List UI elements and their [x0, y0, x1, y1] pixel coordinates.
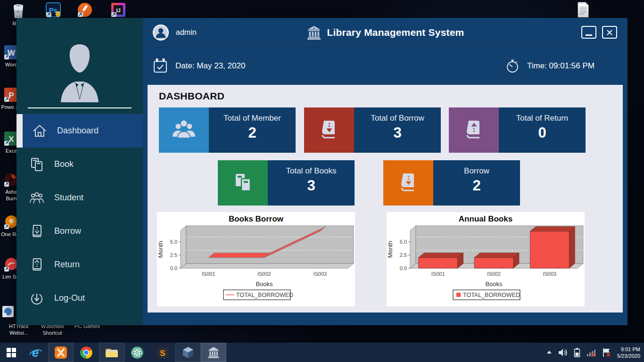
network-signal-icon — [586, 347, 596, 358]
info-bar: Date: May 23, 2020 Time: 09:01:56 PM — [143, 47, 627, 85]
flag-icon — [602, 347, 612, 358]
book-arrow-down-icon — [29, 223, 45, 239]
taskbar-xampp[interactable] — [48, 343, 74, 362]
stat-card-body: Borrow 2 — [433, 160, 520, 206]
taskbar-netbeans[interactable] — [175, 343, 201, 362]
library-bank-icon — [306, 25, 322, 40]
chart-title: Books Borrow — [157, 212, 355, 223]
window-header: admin Library Management System — [143, 18, 627, 47]
svg-text:2.5: 2.5 — [170, 252, 177, 258]
system-tray: 9:01 PM 5/23/2020 — [546, 343, 644, 362]
sidebar-item-book[interactable]: Book — [17, 148, 143, 181]
svg-text:TOTAL_BORROWED: TOTAL_BORROWED — [236, 292, 293, 298]
user-chip: admin — [152, 24, 197, 41]
desktop-icon-label: Word — [5, 61, 17, 68]
window-controls — [581, 26, 617, 39]
close-button[interactable] — [602, 26, 617, 39]
svg-text:Month: Month — [157, 241, 164, 258]
stat-card-label: Total of Borrow — [354, 114, 441, 123]
svg-text:S: S — [160, 349, 165, 358]
members-group-icon — [171, 117, 197, 143]
dashboard-content: DASHBOARD Total of Member 2 — [148, 85, 623, 313]
main-area: admin Library Management System — [143, 18, 627, 325]
borrow-book-icon — [304, 107, 354, 153]
volume-tray[interactable] — [558, 347, 568, 358]
chart-svg: 0.02.55.0MonthIS001IS002IS003BooksTOTAL_… — [157, 223, 355, 305]
stat-card-body: Total of Borrow 3 — [354, 107, 441, 153]
flag-tray[interactable] — [602, 347, 612, 358]
total-books-icon — [218, 160, 268, 206]
book-arrow-up-icon — [29, 257, 45, 273]
time-text: Time: 09:01:56 PM — [527, 61, 594, 71]
xampp-icon — [54, 346, 68, 360]
svg-text:2.5: 2.5 — [400, 252, 407, 258]
sidebar-item-dashboard[interactable]: Dashboard — [17, 114, 143, 148]
stat-card-body: Total of Member 2 — [209, 107, 296, 153]
sidebar-item-return[interactable]: Return — [17, 248, 143, 281]
stopwatch-icon — [504, 58, 520, 74]
desktop-icon-intellij[interactable]: IJ — [110, 2, 126, 18]
books-icon — [29, 156, 45, 173]
httrack-icon — [2, 305, 14, 318]
stat-card-value: 0 — [499, 124, 586, 141]
sidebar-item-logout[interactable]: Log-Out — [17, 281, 143, 315]
book-arrow-down-filled-icon — [316, 117, 342, 143]
svg-text:Books: Books — [256, 280, 273, 288]
app-title: Library Management System — [143, 18, 627, 47]
network-tray[interactable] — [586, 347, 596, 358]
svg-text:5.0: 5.0 — [400, 239, 407, 245]
stat-card-label: Total of Books — [268, 166, 355, 176]
taskbar-internet-explorer[interactable]: e — [23, 343, 48, 362]
user-avatar-icon — [58, 42, 101, 103]
sidebar-item-borrow[interactable]: Borrow — [17, 214, 143, 248]
desktop-icon-pencil-app[interactable] — [77, 2, 93, 18]
stat-card-total-member: Total of Member 2 — [159, 107, 296, 153]
svg-text:IS001: IS001 — [431, 271, 445, 277]
time-display: Time: 09:01:56 PM — [504, 58, 594, 74]
calendar-check-icon — [152, 58, 169, 74]
desktop-icon-httrack-img[interactable] — [1, 305, 15, 318]
svg-text:e: e — [32, 346, 39, 360]
svg-text:Books: Books — [485, 280, 503, 288]
sidebar-item-student[interactable]: Student — [17, 181, 143, 214]
hidden-icons-chevron[interactable] — [546, 350, 553, 355]
sidebar-item-label: Book — [54, 159, 74, 169]
chart-annual-books: Annual Books 0.02.55.0MonthIS001IS002IS0… — [387, 212, 585, 306]
taskbar: e — [0, 343, 644, 362]
svg-text:5.0: 5.0 — [170, 239, 177, 245]
desktop-icon-label: Exce — [6, 148, 17, 154]
stat-card-label: Total of Return — [499, 114, 586, 123]
avatar — [17, 42, 143, 103]
taskbar-file-explorer[interactable] — [99, 343, 124, 362]
taskbar-chrome[interactable] — [74, 343, 99, 362]
taskbar-sublime-text[interactable]: S — [150, 343, 175, 362]
taskbar-library-app[interactable] — [201, 343, 226, 362]
battery-tray[interactable] — [573, 347, 581, 358]
intellij-icon: IJ — [110, 2, 126, 18]
stat-card-label: Total of Member — [209, 114, 296, 123]
borrow-icon — [383, 160, 433, 206]
logout-icon — [29, 290, 45, 306]
desktop-icon-text-document[interactable] — [577, 1, 589, 17]
close-icon — [606, 29, 613, 36]
chart-svg: 0.02.55.0MonthIS001IS002IS003BooksTOTAL_… — [387, 223, 585, 305]
date-display: Date: May 23, 2020 — [152, 58, 245, 74]
dashboard-heading: DASHBOARD — [159, 90, 224, 102]
tray-clock[interactable]: 9:01 PM 5/23/2020 — [617, 346, 640, 359]
stat-card-label: Borrow — [433, 166, 520, 176]
minimize-icon — [586, 34, 592, 36]
library-app-window: Dashboard Book Student — [17, 18, 627, 325]
chrome-icon — [80, 346, 93, 359]
svg-text:Month: Month — [387, 241, 394, 258]
taskbar-atom[interactable] — [124, 343, 150, 362]
students-icon — [29, 190, 45, 206]
start-button[interactable] — [0, 343, 23, 362]
svg-text:IS002: IS002 — [257, 271, 271, 277]
book-arrow-down-filled-icon — [395, 170, 421, 196]
battery-icon — [573, 347, 581, 358]
stat-card-value: 2 — [433, 177, 520, 194]
sidebar-menu: Dashboard Book Student — [17, 114, 143, 315]
desktop-icon-photoshop[interactable]: Ps — [45, 2, 61, 18]
minimize-button[interactable] — [581, 26, 596, 39]
tray-date: 5/23/2020 — [617, 353, 640, 359]
